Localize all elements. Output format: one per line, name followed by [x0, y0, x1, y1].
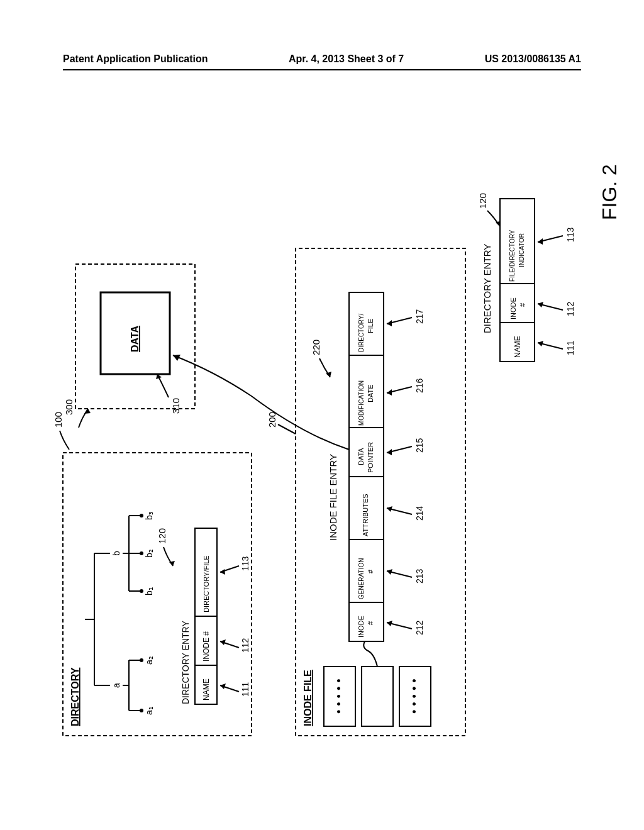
ref-111-2: 111 — [565, 340, 575, 355]
de-dirfile: DIRECTORY/FILE — [203, 555, 210, 612]
svg-text:INODE: INODE — [509, 297, 517, 319]
header-divider — [63, 69, 581, 70]
node-a1: a₁ — [144, 706, 154, 715]
ref-120: 120 — [157, 528, 167, 544]
ref-213: 213 — [414, 568, 425, 584]
ref-113-2: 113 — [565, 227, 575, 242]
node-b2: b₂ — [144, 549, 154, 558]
svg-point-16 — [140, 514, 143, 517]
node-b3: b₃ — [144, 511, 154, 520]
svg-rect-32 — [362, 667, 393, 726]
ref-112: 112 — [240, 638, 250, 653]
ref-214: 214 — [414, 506, 425, 521]
ref-112-2: 112 — [565, 301, 575, 316]
svg-text:INODE: INODE — [357, 616, 365, 638]
svg-rect-0 — [63, 453, 252, 736]
svg-text:POINTER: POINTER — [367, 442, 374, 473]
svg-text:NAME: NAME — [513, 336, 522, 358]
ref-215: 215 — [414, 438, 425, 453]
svg-text:GENERATION: GENERATION — [358, 558, 365, 599]
ref-216: 216 — [414, 378, 425, 393]
ref-200: 200 — [267, 412, 277, 428]
node-a: a — [111, 683, 121, 688]
de-name: NAME — [202, 678, 211, 700]
directory-title: DIRECTORY — [70, 667, 80, 726]
svg-point-17 — [140, 709, 143, 712]
ref-120-2: 120 — [477, 193, 488, 209]
ref-113: 113 — [240, 556, 250, 571]
svg-text:DIRECTORY/: DIRECTORY/ — [358, 313, 365, 352]
ref-220: 220 — [311, 340, 321, 355]
svg-text:DATE: DATE — [367, 384, 374, 402]
node-a2: a₂ — [144, 656, 154, 665]
de-inode: INODE # — [202, 631, 211, 661]
ref-300: 300 — [64, 399, 74, 415]
svg-marker-25 — [220, 569, 225, 575]
svg-text:FILE/DIRECTORY: FILE/DIRECTORY — [509, 230, 516, 282]
svg-text:#: # — [519, 302, 526, 307]
svg-point-15 — [140, 551, 143, 555]
svg-rect-65 — [500, 199, 535, 284]
svg-text:INDICATOR: INDICATOR — [518, 233, 525, 267]
header-right: US 2013/0086135 A1 — [485, 53, 581, 65]
ref-310: 310 — [170, 398, 181, 414]
svg-point-18 — [140, 658, 143, 662]
svg-text:#: # — [367, 569, 374, 573]
ref-111: 111 — [240, 682, 250, 697]
header-left: Patent Application Publication — [63, 53, 208, 65]
inode-entry-label: INODE FILE ENTRY — [328, 454, 338, 541]
svg-text:DATA: DATA — [357, 448, 365, 465]
ref-212: 212 — [414, 620, 425, 635]
header-center: Apr. 4, 2013 Sheet 3 of 7 — [289, 53, 404, 65]
fig-label: FIG. 2 — [598, 164, 621, 220]
svg-rect-62 — [500, 284, 535, 323]
dots-1: ••••• — [333, 675, 345, 714]
data-title: DATA — [130, 325, 140, 352]
ref-100: 100 — [53, 412, 64, 428]
svg-point-14 — [140, 589, 143, 593]
node-b1: b₁ — [144, 587, 154, 595]
dir-entry-label-2: DIRECTORY ENTRY — [482, 244, 492, 333]
inode-file-title: INODE FILE — [303, 670, 313, 726]
svg-text:MODIFICATION: MODIFICATION — [358, 380, 365, 426]
dots-2: ••••• — [408, 675, 421, 714]
svg-text:FILE: FILE — [367, 319, 374, 333]
svg-text:ATTRIBUTES: ATTRIBUTES — [362, 494, 369, 536]
ref-217: 217 — [414, 309, 425, 324]
diagram-svg: DIRECTORY a b a₁ a₂ b₁ b₂ b₃ 100 DIRECTO… — [57, 119, 572, 748]
node-b: b — [111, 551, 121, 556]
svg-text:#: # — [367, 621, 374, 625]
dir-entry-label: DIRECTORY ENTRY — [180, 621, 191, 704]
